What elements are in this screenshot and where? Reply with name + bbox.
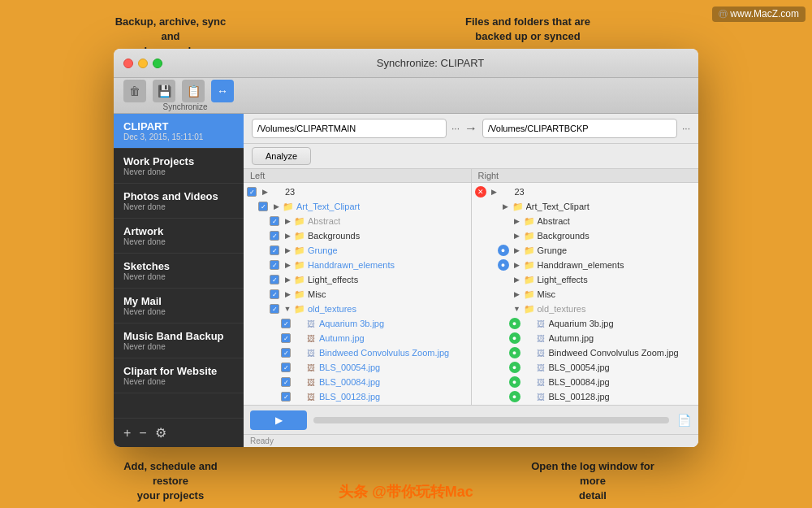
close-button[interactable]: [123, 59, 133, 68]
left-file-row[interactable]: ▶📁Light_effects: [244, 272, 471, 287]
trash-icon[interactable]: 🗑: [123, 80, 146, 102]
expand-icon-right-1[interactable]: ▶: [501, 202, 511, 211]
left-file-row[interactable]: ▶📁Handdrawn_elements: [244, 258, 471, 272]
right-file-row[interactable]: ●🖼BLS_00084.jpg: [472, 375, 699, 389]
expand-icon-right-0[interactable]: ▶: [490, 187, 499, 197]
settings-button[interactable]: ⚙: [155, 425, 166, 441]
sidebar-item-3[interactable]: Artwork Never done: [114, 219, 244, 254]
right-file-row[interactable]: ▶📁Misc: [472, 287, 699, 302]
expand-icon-left-4[interactable]: ▶: [283, 245, 292, 255]
file-icon-left-14: 🖼: [305, 391, 317, 402]
file-checkbox-left-2[interactable]: [270, 216, 279, 226]
expand-icon-left-5[interactable]: ▶: [283, 260, 292, 270]
file-checkbox-left-7[interactable]: [270, 289, 279, 299]
sidebar-item-2[interactable]: Photos and Videos Never done: [114, 184, 244, 219]
status-icon-red-0: ✕: [475, 186, 486, 198]
expand-icon-right-4[interactable]: ▶: [512, 245, 522, 255]
maximize-button[interactable]: [153, 59, 162, 68]
expand-icon-right-6[interactable]: ▶: [512, 275, 522, 284]
play-button[interactable]: ▶: [250, 410, 307, 430]
sidebar-item-6[interactable]: Music Band Backup Never done: [114, 323, 244, 358]
file-checkbox-left-11[interactable]: [281, 348, 291, 358]
file-name-left-9: Aquarium 3b.jpg: [319, 319, 384, 328]
remove-project-button[interactable]: −: [139, 426, 146, 441]
sidebar-item-5[interactable]: My Mail Never done: [114, 289, 244, 323]
file-checkbox-left-6[interactable]: [270, 275, 279, 284]
file-checkbox-left-14[interactable]: [281, 392, 291, 402]
left-file-row[interactable]: 🖼Bindweed Convolvulus Zoom.jpg: [244, 345, 471, 360]
file-checkbox-left-12[interactable]: [281, 363, 291, 372]
sidebar-item-7[interactable]: Clipart for Website Never done: [114, 358, 244, 393]
right-file-row[interactable]: ▼📁old_textures: [472, 302, 699, 316]
copy-icon[interactable]: 📋: [182, 80, 205, 102]
expand-icon-left-2[interactable]: ▶: [283, 216, 292, 226]
minimize-button[interactable]: [138, 59, 148, 68]
file-checkbox-left-3[interactable]: [270, 231, 279, 241]
right-file-row[interactable]: ●▶📁Grunge: [472, 243, 699, 258]
file-checkbox-left-4[interactable]: [270, 245, 279, 255]
add-project-button[interactable]: +: [123, 426, 131, 441]
right-file-row[interactable]: ▶📁Art_Text_Clipart: [472, 199, 699, 214]
right-path-dots[interactable]: ···: [682, 123, 690, 134]
expand-icon-left-1[interactable]: ▶: [271, 202, 281, 211]
sidebar-item-1[interactable]: Work Projects Never done: [114, 149, 244, 184]
right-file-row[interactable]: ▶📁Backgrounds: [472, 228, 699, 243]
file-checkbox-left-9[interactable]: [281, 319, 291, 328]
sidebar-item-date-7: Never done: [123, 377, 234, 386]
left-path-input[interactable]: [252, 119, 447, 138]
sync-arrow[interactable]: →: [464, 121, 477, 136]
left-file-row[interactable]: ▶📁Grunge: [244, 243, 471, 258]
right-path-input[interactable]: [482, 119, 677, 138]
left-file-row[interactable]: 🖼Aquarium 3b.jpg: [244, 316, 471, 331]
right-file-row[interactable]: ✕▶23: [472, 185, 699, 199]
sidebar-item-4[interactable]: Sketches Never done: [114, 254, 244, 289]
file-name-right-6: Light_effects: [538, 275, 588, 284]
expand-icon-right-2[interactable]: ▶: [512, 216, 522, 226]
sidebar-item-0[interactable]: CLIPART Dec 3, 2015, 15:11:01: [114, 114, 244, 149]
file-checkbox-left-8[interactable]: [270, 304, 279, 314]
left-file-row[interactable]: ▶📁Art_Text_Clipart: [244, 199, 471, 214]
left-file-row[interactable]: 🖼Autumn.jpg: [244, 331, 471, 345]
file-checkbox-left-10[interactable]: [281, 333, 291, 343]
right-file-row[interactable]: ●🖼Bindweed Convolvulus Zoom.jpg: [472, 345, 699, 360]
right-file-row[interactable]: ●🖼BLS_00128.jpg: [472, 389, 699, 404]
right-file-row[interactable]: ●🖼BLS_00054.jpg: [472, 360, 699, 375]
right-pane: ✕▶23▶📁Art_Text_Clipart▶📁Abstract▶📁Backgr…: [472, 183, 699, 405]
file-list-container: ▶23▶📁Art_Text_Clipart▶📁Abstract▶📁Backgro…: [244, 183, 698, 405]
right-file-row[interactable]: ●🖼Aquarium 3b.jpg: [472, 316, 699, 331]
file-icon-right-0: [501, 186, 512, 198]
file-checkbox-left-0[interactable]: [247, 187, 257, 197]
watermark-top: ⓜ www.MacZ.com: [712, 7, 806, 22]
left-file-row[interactable]: 🖼BLS_00128.jpg: [244, 389, 471, 404]
right-file-row[interactable]: ●🖼Autumn.jpg: [472, 331, 699, 345]
left-file-row[interactable]: ▼📁old_textures: [244, 302, 471, 316]
right-file-row[interactable]: ▶📁Abstract: [472, 214, 699, 228]
sync-icon[interactable]: ↔: [211, 80, 234, 102]
left-file-row[interactable]: 🖼BLS_00054.jpg: [244, 360, 471, 375]
left-file-row[interactable]: ▶📁Backgrounds: [244, 228, 471, 243]
right-file-row[interactable]: ●▶📁Handdrawn_elements: [472, 258, 699, 272]
expand-icon-right-3[interactable]: ▶: [512, 231, 522, 241]
expand-icon-left-3[interactable]: ▶: [283, 231, 292, 241]
left-file-row[interactable]: 🖼BLS_00084.jpg: [244, 375, 471, 389]
column-headers: Left Right: [244, 169, 698, 183]
path-bar: ··· → ···: [244, 114, 698, 144]
file-checkbox-left-5[interactable]: [270, 260, 279, 270]
save-icon[interactable]: 💾: [153, 80, 175, 102]
left-file-row[interactable]: ▶📁Abstract: [244, 214, 471, 228]
expand-icon-left-7[interactable]: ▶: [283, 289, 292, 299]
expand-icon-left-8[interactable]: ▼: [283, 304, 292, 314]
file-checkbox-left-13[interactable]: [281, 377, 291, 387]
expand-icon-left-6[interactable]: ▶: [283, 275, 292, 284]
expand-icon-right-7[interactable]: ▶: [512, 289, 522, 299]
expand-icon-right-5[interactable]: ▶: [512, 260, 522, 270]
expand-icon-left-0[interactable]: ▶: [260, 187, 270, 197]
left-file-row[interactable]: ▶📁Misc: [244, 287, 471, 302]
expand-icon-right-8[interactable]: ▼: [512, 304, 522, 314]
log-icon[interactable]: 📄: [676, 412, 692, 428]
left-path-dots[interactable]: ···: [451, 123, 460, 134]
left-file-row[interactable]: ▶23: [244, 185, 471, 199]
right-file-row[interactable]: ▶📁Light_effects: [472, 272, 699, 287]
analyze-button[interactable]: Analyze: [252, 147, 311, 165]
file-checkbox-left-1[interactable]: [258, 202, 268, 211]
